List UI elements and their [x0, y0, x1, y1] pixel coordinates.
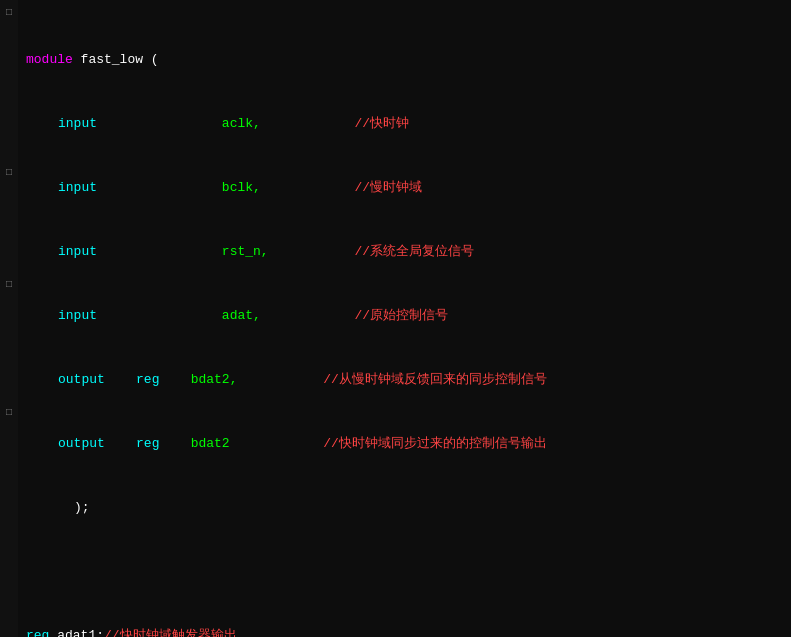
fold-marker-1[interactable]: □: [0, 4, 18, 20]
fold-marker-4[interactable]: □: [0, 404, 18, 420]
fold-marker-2[interactable]: □: [0, 164, 18, 180]
line-blank-1: [26, 564, 783, 580]
line-1: module fast_low (: [26, 52, 783, 68]
line-7: output reg bdat2 //快时钟域同步过来的的控制信号输出: [26, 436, 783, 452]
line-5: input adat, //原始控制信号: [26, 308, 783, 324]
line-3: input bclk, //慢时钟域: [26, 180, 783, 196]
line-8: );: [26, 500, 783, 516]
line-6: output reg bdat2, //从慢时钟域反馈回来的同步控制信号: [26, 372, 783, 388]
line-9: reg adat1;//快时钟域触发器输出: [26, 628, 783, 637]
line-4: input rst_n, //系统全局复位信号: [26, 244, 783, 260]
editor-gutter: □ □ □ □: [0, 0, 18, 637]
code-content[interactable]: module fast_low ( input aclk, //快时钟 inpu…: [18, 0, 791, 637]
code-editor: □ □ □ □ mo: [0, 0, 791, 637]
fold-marker-3[interactable]: □: [0, 276, 18, 292]
line-2: input aclk, //快时钟: [26, 116, 783, 132]
